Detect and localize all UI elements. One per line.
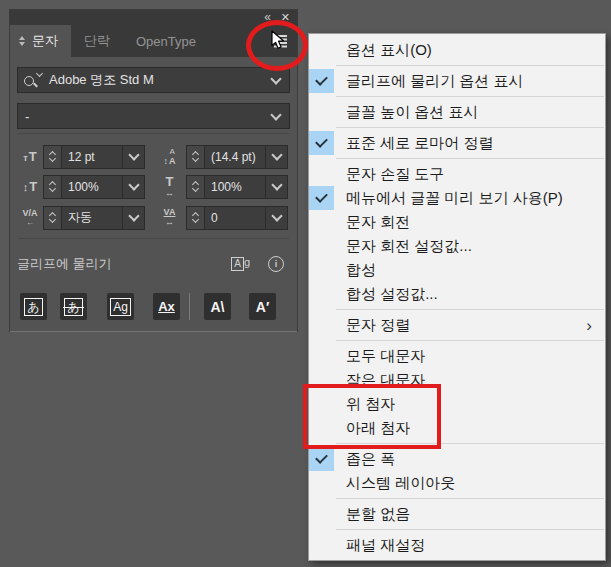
- tracking-field[interactable]: 0: [186, 206, 288, 230]
- divider: [18, 133, 289, 134]
- leading-dropdown-icon[interactable]: [265, 146, 287, 168]
- font-style-combo[interactable]: -: [17, 103, 290, 129]
- info-icon[interactable]: i: [268, 256, 284, 272]
- checkmark-icon: [309, 186, 334, 210]
- horizontal-scale-field[interactable]: 100%: [186, 175, 288, 199]
- submenu-arrow-icon: ›: [586, 317, 605, 334]
- leading-field[interactable]: (14.4 pt): [186, 145, 288, 169]
- menu-separator: [309, 337, 605, 344]
- tab-opentype[interactable]: OpenType: [123, 25, 209, 57]
- menu-item-narrow-width[interactable]: 좁은 폭: [309, 447, 605, 471]
- horizontal-scale-dropdown-icon[interactable]: [265, 176, 287, 198]
- vertical-scale-icon: ↕T: [17, 180, 43, 193]
- tab-character-label: 문자: [32, 32, 58, 50]
- snap-rotate-button[interactable]: A′: [249, 293, 276, 320]
- divider: [189, 293, 190, 320]
- font-size-value: 12 pt: [62, 146, 122, 168]
- horizontal-scale-stepper[interactable]: [187, 176, 205, 198]
- snap-button-row: あ あ Ag Ax A\ A′: [17, 293, 290, 320]
- menu-item-snap-to-glyph-options[interactable]: 글리프에 물리기 옵션 표시: [309, 69, 605, 93]
- checkmark-icon: [309, 69, 334, 93]
- glyph-ag-icon: Ag: [231, 257, 250, 271]
- menu-separator: [309, 93, 605, 100]
- menu-item-composite[interactable]: 합성: [309, 258, 605, 282]
- font-search-icon[interactable]: [18, 74, 42, 86]
- checkmark-icon: [309, 447, 334, 471]
- kerning-icon: V/A←: [17, 209, 43, 227]
- menu-separator: [309, 62, 605, 69]
- horizontal-scale-icon: T↔: [153, 175, 186, 198]
- tracking-stepper[interactable]: [187, 207, 205, 229]
- menu-separator: [309, 124, 605, 131]
- panel-minimize-icon[interactable]: [19, 36, 25, 46]
- vertical-scale-value: 100%: [62, 176, 122, 198]
- kerning-dropdown-icon[interactable]: [122, 207, 144, 229]
- font-family-value: Adobe 명조 Std M: [42, 71, 263, 89]
- font-size-dropdown-icon[interactable]: [122, 146, 144, 168]
- leading-stepper[interactable]: [187, 146, 205, 168]
- font-family-combo[interactable]: Adobe 명조 Std M: [17, 67, 290, 93]
- snap-embox-button[interactable]: あ: [20, 293, 47, 320]
- vertical-scale-stepper[interactable]: [44, 176, 62, 198]
- tab-paragraph[interactable]: 단락: [71, 25, 123, 57]
- font-style-value: -: [18, 109, 263, 124]
- kerning-stepper[interactable]: [44, 207, 62, 229]
- menu-separator: [309, 526, 605, 533]
- menu-separator: [309, 495, 605, 502]
- vertical-scale-dropdown-icon[interactable]: [122, 176, 144, 198]
- snap-angle-button[interactable]: A\: [204, 293, 231, 320]
- font-style-dropdown-icon[interactable]: [263, 104, 289, 128]
- panel-body: Adobe 명조 Std M - тT 12 pt: [10, 67, 297, 320]
- screenshot-stage: « ✕ 문자 단락 OpenType Adobe: [0, 0, 611, 567]
- snap-glyph-bounds-button[interactable]: Ag: [107, 293, 134, 320]
- snap-baseline-button[interactable]: Ax: [153, 293, 180, 320]
- menu-item-all-caps[interactable]: 모두 대문자: [309, 344, 605, 368]
- mouse-cursor: [271, 30, 286, 51]
- menu-item-composite-settings[interactable]: 합성 설정값...: [309, 282, 605, 306]
- menu-item-system-layout[interactable]: 시스템 레이아웃: [309, 471, 605, 495]
- font-size-stepper[interactable]: [44, 146, 62, 168]
- leading-icon: ↕ AA: [153, 148, 186, 166]
- kerning-value: 자동: [62, 207, 122, 229]
- snap-embox-center-button[interactable]: あ: [60, 293, 87, 320]
- panel-flyout-menu: 옵션 표시(O) 글리프에 물리기 옵션 표시 글꼴 높이 옵션 표시 표준 세…: [308, 33, 606, 561]
- kerning-field[interactable]: 자동: [43, 206, 145, 230]
- divider: [18, 238, 289, 239]
- leading-value: (14.4 pt): [205, 146, 265, 168]
- font-size-icon: тT: [17, 150, 43, 163]
- menu-item-font-preview-in-menu[interactable]: 메뉴에서 글꼴 미리 보기 사용(P): [309, 186, 605, 210]
- menu-item-reset-panel[interactable]: 패널 재설정: [309, 533, 605, 557]
- menu-separator: [309, 155, 605, 162]
- menu-item-no-break[interactable]: 분할 없음: [309, 502, 605, 526]
- tab-opentype-label: OpenType: [136, 34, 196, 49]
- panel-title-bar: « ✕: [10, 10, 297, 25]
- font-family-dropdown-icon[interactable]: [263, 68, 289, 92]
- tab-character[interactable]: 문자: [10, 25, 71, 57]
- snap-to-glyph-label: 글리프에 물리기: [17, 255, 112, 273]
- tracking-value: 0: [205, 207, 265, 229]
- horizontal-scale-value: 100%: [205, 176, 265, 198]
- menu-separator: [309, 306, 605, 313]
- red-rectangle-annotation: [303, 384, 441, 449]
- menu-item-standard-vertical-roman[interactable]: 표준 세로 로마어 정렬: [309, 131, 605, 155]
- vertical-scale-field[interactable]: 100%: [43, 175, 145, 199]
- menu-item-font-height-options[interactable]: 글꼴 높이 옵션 표시: [309, 100, 605, 124]
- menu-item-character-rotation[interactable]: 문자 회전: [309, 210, 605, 234]
- font-size-field[interactable]: 12 pt: [43, 145, 145, 169]
- menu-item-character-alignment[interactable]: 문자 정렬 ›: [309, 313, 605, 337]
- tracking-icon: VA↔: [153, 208, 186, 227]
- menu-item-character-rotation-settings[interactable]: 문자 회전 설정값...: [309, 234, 605, 258]
- menu-item-touchup-tool[interactable]: 문자 손질 도구: [309, 162, 605, 186]
- tracking-dropdown-icon[interactable]: [265, 207, 287, 229]
- tab-paragraph-label: 단락: [84, 32, 110, 50]
- menu-item-show-options[interactable]: 옵션 표시(O): [309, 38, 605, 62]
- checkmark-icon: [309, 131, 334, 155]
